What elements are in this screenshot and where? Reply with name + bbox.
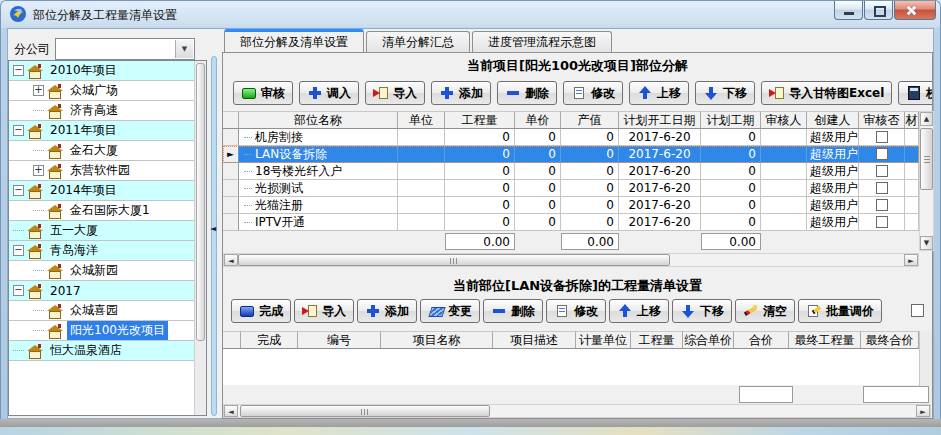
修改-button[interactable]: 修改 [563,81,623,105]
校-button[interactable]: 校 [898,81,932,105]
tree-item[interactable]: −2014年项目 [9,181,195,201]
scroll-right-icon[interactable]: ► [904,254,918,266]
part-row[interactable]: IPTV开通0002017-6-200超级用户 [223,214,919,231]
scroll-left-icon[interactable]: ◄ [224,405,238,417]
company-select[interactable]: ▼ [55,38,195,60]
part-row[interactable]: 机房割接0002017-6-200超级用户 [223,129,919,146]
tree-item[interactable]: +东营软件园 [9,161,195,181]
scroll-right-icon[interactable]: ► [916,405,930,417]
修改-button[interactable]: 修改 [546,299,606,323]
tree-item[interactable]: −青岛海洋 [9,241,195,261]
清空-button[interactable]: 清空 [735,299,795,323]
house-icon [27,124,43,138]
boq-hscroll-thumb[interactable] [240,405,490,417]
panel-splitter[interactable]: ◄ [210,56,218,416]
parts-hscroll-thumb[interactable] [238,254,670,266]
调入-button[interactable]: 调入 [299,81,359,105]
scroll-down-icon[interactable]: ▼ [920,236,933,250]
tab-1[interactable]: 部位分解及清单设置 [224,29,364,52]
tree-item[interactable]: 恒大温泉酒店 [9,341,195,361]
expand-toggle-icon[interactable]: + [33,85,44,96]
tree-item-label: 众城新园 [67,261,121,280]
chevron-down-icon[interactable]: ▼ [175,40,193,58]
tree-scrollbar-thumb[interactable] [196,63,205,341]
calculator-icon [906,86,922,100]
tab-2[interactable]: 清单分解汇总 [366,31,470,52]
audit-checkbox[interactable] [876,216,888,228]
window-bottom-border [0,419,941,427]
part-row[interactable]: ►LAN设备拆除0002017-6-200超级用户 [223,146,919,163]
collapse-toggle-icon[interactable]: − [13,125,24,136]
button-label: 下移 [700,303,724,320]
auditor-cell [761,197,807,214]
edit-icon [554,304,570,318]
tab-3[interactable]: 进度管理流程示意图 [472,31,612,52]
close-button[interactable] [894,1,936,20]
part-row[interactable]: 光损测试0002017-6-200超级用户 [223,180,919,197]
house-icon [47,204,63,218]
house-icon [47,324,63,338]
scroll-up-icon[interactable]: ▲ [920,112,933,126]
parts-vertical-scrollbar[interactable]: ▲ ▼ [919,111,934,251]
tree-item[interactable]: 金石国际大厦1 [9,201,195,221]
tree-item[interactable]: 众城喜园 [9,301,195,321]
boq-horizontal-scrollbar[interactable]: ◄ ► [223,404,931,418]
audit-checkbox[interactable] [876,165,888,177]
下移-button[interactable]: 下移 [672,299,732,323]
审核-button[interactable]: 审核 [233,81,293,105]
part-name-cell: 18号楼光纤入户 [239,163,398,180]
title-bar[interactable]: 部位分解及工程量清单设置 [0,0,941,28]
audit-checkbox[interactable] [876,199,888,211]
变更-button[interactable]: 变更 [420,299,480,323]
完成-button[interactable]: 完成 [231,299,291,323]
删除-button[interactable]: 删除 [497,81,557,105]
导入-button[interactable]: 导入 [365,81,425,105]
audited-cell [859,197,905,214]
scroll-left-icon[interactable]: ◄ [224,254,238,266]
chimney [38,64,41,68]
part-row[interactable]: 光猫注册0002017-6-200超级用户 [223,197,919,214]
tree-item[interactable]: 五一大厦 [9,221,195,241]
tree-item[interactable]: −2017 [9,281,195,301]
tree-item-label: 2014年项目 [47,181,120,200]
audit-checkbox[interactable] [876,131,888,143]
maximize-button[interactable] [864,1,893,20]
expand-toggle-icon[interactable]: + [33,165,44,176]
collapse-toggle-icon[interactable]: − [13,285,24,296]
collapse-toggle-icon[interactable]: − [13,245,24,256]
tree-item[interactable]: −2011年项目 [9,121,195,141]
添加-button[interactable]: 添加 [431,81,491,105]
splitter-bar[interactable] [211,56,217,416]
添加-button[interactable]: 添加 [357,299,417,323]
tree-item[interactable]: +众城广场 [9,81,195,101]
part-row[interactable]: 18号楼光纤入户0002017-6-200超级用户 [223,163,919,180]
tree-item[interactable]: 金石大厦 [9,141,195,161]
上移-button[interactable]: 上移 [609,299,669,323]
project-tree-box: −2010年项目+众城广场济青高速−2011年项目金石大厦+东营软件园−2014… [8,60,207,416]
tree-item[interactable]: 阳光100光改项目 [9,321,195,341]
parts-vscroll-thumb[interactable] [920,128,933,190]
plan-duration-cell: 0 [701,214,761,231]
删除-button[interactable]: 删除 [483,299,543,323]
collapse-toggle-icon[interactable]: − [13,65,24,76]
audited-cell [859,163,905,180]
parts-horizontal-scrollbar[interactable]: ◄ ► [223,253,919,267]
批量调价-button[interactable]: 批量调价 [798,299,882,323]
chimney [38,284,41,288]
tree-line [244,188,252,189]
tree-item[interactable]: 众城新园 [9,261,195,281]
tree-item[interactable]: −2010年项目 [9,61,195,81]
tree-vertical-scrollbar[interactable] [194,61,206,415]
audit-checkbox[interactable] [876,148,888,160]
下移-button[interactable]: 下移 [695,81,755,105]
导入甘特图Excel-button[interactable]: 导入甘特图Excel [761,81,892,105]
导入-button[interactable]: 导入 [294,299,354,323]
collapse-left-icon[interactable]: ◄ [210,224,216,233]
tree-line [244,171,252,172]
minimize-button[interactable] [834,1,863,20]
上移-button[interactable]: 上移 [629,81,689,105]
audit-checkbox[interactable] [876,182,888,194]
toolbar-checkbox[interactable] [911,304,924,317]
collapse-toggle-icon[interactable]: − [13,185,24,196]
tree-item[interactable]: 济青高速 [9,101,195,121]
